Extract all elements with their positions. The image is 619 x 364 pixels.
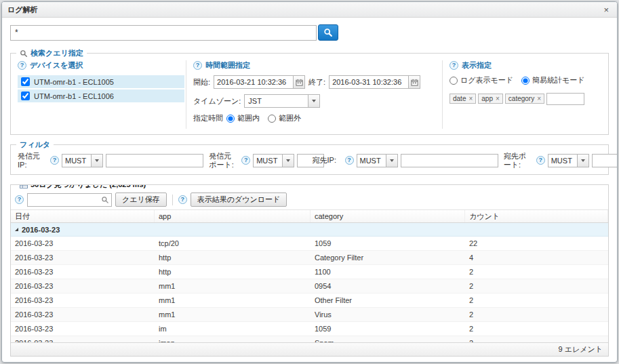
remove-tag-icon[interactable]: × [537, 95, 541, 102]
add-stat-field-input[interactable] [546, 93, 584, 105]
display-mode-radio-input[interactable] [450, 77, 458, 85]
remove-tag-icon[interactable]: × [496, 95, 500, 102]
table-row[interactable]: 2016-03-23 tcp/20 1059 22 [11, 237, 608, 251]
search-query-section: 検索クエリ指定 ? デバイスを選択 UTM-omr-b1 - ECL1005 [10, 53, 609, 135]
table-row[interactable]: 2016-03-23 mm1 0954 2 [11, 279, 608, 294]
titlebar[interactable]: ログ解析 × [2, 2, 617, 18]
cell-category: 0954 [311, 279, 465, 293]
timezone-select[interactable]: JST [244, 94, 320, 108]
filter-field: 発信元IP: ? MUST [18, 152, 203, 169]
filter-operator-select[interactable]: MUST [357, 154, 398, 167]
period-radio-option[interactable]: 範囲内 [226, 113, 260, 123]
cell-app: mm1 [155, 308, 311, 321]
search-query-legend-text: 検索クエリ指定 [31, 48, 83, 58]
help-icon[interactable]: ? [178, 195, 187, 204]
cell-category: Category Filter [311, 251, 465, 264]
remove-tag-icon[interactable]: × [468, 95, 473, 102]
cell-category: Virus [311, 308, 465, 321]
cell-category: 1059 [311, 237, 465, 250]
table-row[interactable]: 2016-03-23 imap Spam 2 [11, 336, 608, 342]
end-calendar-icon[interactable] [409, 75, 420, 89]
device-checkbox[interactable] [21, 77, 30, 86]
time-panel-title-text: 時間範囲指定 [205, 60, 250, 70]
display-mode-label: 簡易統計モード [532, 75, 585, 85]
tag-label: category [508, 95, 534, 102]
cell-date: 2016-03-23 [11, 237, 155, 250]
download-results-button[interactable]: 表示結果のダウンロード [191, 193, 287, 207]
device-list-item[interactable]: UTM-omr-b1 - ECL1006 [18, 89, 184, 102]
start-calendar-icon[interactable] [294, 75, 305, 89]
filter-value-input[interactable] [592, 154, 617, 167]
help-icon[interactable]: ? [345, 156, 354, 165]
chevron-down-icon[interactable] [92, 154, 103, 167]
filter-value-input[interactable] [106, 154, 203, 167]
results-filter-input[interactable] [28, 195, 101, 205]
stat-field-tag[interactable]: date × [450, 94, 476, 104]
column-header-app[interactable]: app [155, 210, 311, 222]
period-radio-input[interactable] [226, 115, 235, 123]
table-row[interactable]: 2016-03-23 http 1100 2 [11, 265, 608, 279]
start-date-input[interactable] [214, 75, 294, 89]
help-icon[interactable]: ? [15, 195, 24, 204]
help-icon[interactable]: ? [536, 156, 545, 165]
search-query-legend: 検索クエリ指定 [16, 48, 87, 58]
cell-count: 2 [465, 336, 608, 342]
display-mode-option[interactable]: ログ表示モード [450, 75, 513, 85]
stat-field-tags: date × app × category [450, 94, 544, 104]
period-radio-option[interactable]: 範囲外 [268, 113, 301, 123]
chevron-down-icon[interactable] [308, 94, 320, 108]
end-date-field [329, 75, 420, 89]
filter-operator-value: MUST [62, 154, 92, 167]
group-row[interactable]: 2016-03-23 [11, 223, 608, 237]
help-icon[interactable]: ? [193, 61, 202, 70]
group-expand-icon[interactable] [15, 228, 18, 231]
query-search-input[interactable] [10, 25, 317, 41]
results-table-body: 2016-03-23 tcp/20 1059 22 2016-03-23 htt… [11, 237, 608, 342]
filter-operator-select[interactable]: MUST [253, 154, 294, 167]
cell-date: 2016-03-23 [11, 294, 155, 307]
start-date-field [214, 75, 305, 89]
help-icon[interactable]: ? [18, 61, 26, 70]
help-icon[interactable]: ? [50, 156, 59, 165]
chevron-down-icon[interactable] [386, 154, 398, 167]
end-date-input[interactable] [329, 75, 409, 89]
help-icon[interactable]: ? [241, 156, 250, 165]
column-header-count[interactable]: カウント [465, 210, 608, 222]
cell-date: 2016-03-23 [11, 279, 155, 293]
period-row: 指定時間 範囲内 範囲外 [193, 113, 435, 123]
display-mode-option[interactable]: 簡易統計モード [521, 75, 585, 85]
device-checkbox[interactable] [21, 92, 30, 100]
table-row[interactable]: 2016-03-23 im 1059 2 [11, 322, 608, 336]
display-mode-radio-input[interactable] [521, 77, 530, 85]
close-button[interactable]: × [601, 4, 612, 16]
column-header-category[interactable]: category [311, 210, 465, 222]
help-icon[interactable]: ? [450, 61, 458, 70]
cell-count: 2 [465, 308, 608, 321]
filter-field: 宛先ポート: ? MUST [504, 152, 601, 169]
stat-field-tag[interactable]: app × [478, 94, 503, 104]
save-query-button[interactable]: クエリ保存 [115, 193, 167, 207]
period-radio-input[interactable] [268, 115, 276, 123]
table-row[interactable]: 2016-03-23 mm1 Virus 2 [11, 308, 608, 322]
device-list-item[interactable]: UTM-omr-b1 - ECL1005 [18, 75, 184, 88]
stat-field-tag[interactable]: category × [505, 94, 544, 104]
cell-app: imap [155, 336, 311, 342]
cell-app: mm1 [155, 294, 311, 307]
chevron-down-icon[interactable] [578, 154, 589, 167]
search-button[interactable] [318, 24, 338, 41]
device-list: UTM-omr-b1 - ECL1005 UTM-omr-b1 - ECL100… [18, 75, 179, 102]
cell-date: 2016-03-23 [11, 251, 155, 264]
display-spec-panel: ? 表示指定 ログ表示モード 簡易統 [442, 60, 608, 129]
filter-operator-select[interactable]: MUST [62, 154, 103, 167]
group-label: 2016-03-23 [22, 226, 60, 234]
search-icon [323, 28, 333, 37]
table-row[interactable]: 2016-03-23 http Category Filter 4 [11, 251, 608, 265]
results-legend: 56ログ見つかりました (2,625 ms) [16, 184, 149, 190]
filter-value-input[interactable] [401, 154, 498, 167]
chevron-down-icon[interactable] [283, 154, 294, 167]
filter-operator-select[interactable]: MUST [548, 154, 589, 167]
cell-category: 1100 [311, 265, 465, 279]
table-row[interactable]: 2016-03-23 mm1 Other Filter 2 [11, 294, 608, 308]
column-header-date[interactable]: 日付 [11, 210, 155, 222]
query-panels: ? デバイスを選択 UTM-omr-b1 - ECL1005 [11, 54, 608, 134]
